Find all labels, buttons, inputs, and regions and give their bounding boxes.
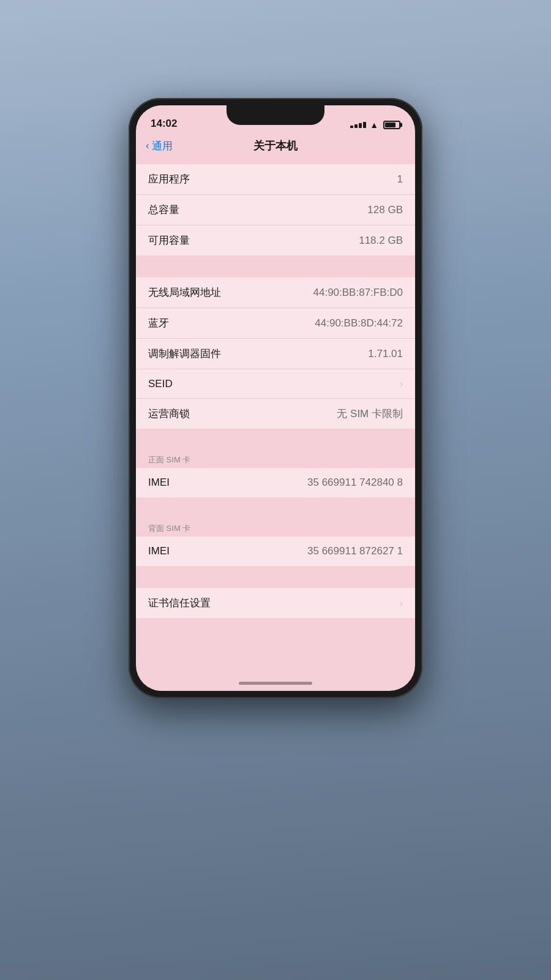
item-value-imei-front: 35 669911 742840 8 [307, 477, 403, 489]
chevron-left-icon: ‹ [146, 140, 149, 152]
section-header-back-sim: 背面 SIM 卡 [136, 519, 415, 537]
phone-shell: 14:02 ▲ [129, 98, 422, 698]
nav-bar: ‹ 通用 关于本机 [136, 132, 415, 159]
divider [136, 255, 415, 273]
section-header-front-sim: 正面 SIM 卡 [136, 451, 415, 468]
item-label-imei-back: IMEI [148, 545, 170, 557]
signal-icon [350, 122, 366, 128]
item-value-carrier-lock: 无 SIM 卡限制 [337, 407, 403, 421]
list-group-general: 应用程序 1 总容量 128 GB 可用容量 118.2 GB [136, 164, 415, 255]
item-label-bluetooth: 蓝牙 [148, 316, 169, 330]
list-group-front-sim: IMEI 35 669911 742840 8 [136, 468, 415, 497]
item-label-imei-front: IMEI [148, 477, 170, 489]
list-item-seid[interactable]: SEID › [136, 369, 415, 399]
item-value-apps: 1 [397, 173, 403, 186]
list-item: 总容量 128 GB [136, 195, 415, 225]
list-group-network: 无线局域网地址 44:90:BB:87:FB:D0 蓝牙 44:90:BB:8D… [136, 277, 415, 429]
section-general-info: 应用程序 1 总容量 128 GB 可用容量 118.2 GB [136, 164, 415, 255]
section-network-info: 无线局域网地址 44:90:BB:87:FB:D0 蓝牙 44:90:BB:8D… [136, 277, 415, 429]
notch [227, 105, 324, 125]
list-group-back-sim: IMEI 35 669911 872627 1 [136, 537, 415, 566]
status-time: 14:02 [151, 118, 177, 130]
list-item-certificate[interactable]: 证书信任设置 › [136, 588, 415, 618]
item-label-modem-firmware: 调制解调器固件 [148, 347, 221, 361]
list-group-certificate: 证书信任设置 › [136, 588, 415, 618]
chevron-right-icon: › [400, 379, 403, 390]
item-value-total-capacity: 128 GB [367, 204, 403, 216]
list-item: IMEI 35 669911 742840 8 [136, 468, 415, 497]
divider [136, 429, 415, 446]
nav-back-button[interactable]: ‹ 通用 [146, 139, 173, 153]
item-label-seid: SEID [148, 378, 173, 390]
wifi-icon: ▲ [370, 120, 378, 130]
item-value-bluetooth: 44:90:BB:8D:44:72 [315, 317, 403, 330]
settings-content[interactable]: 应用程序 1 总容量 128 GB 可用容量 118.2 GB [136, 159, 415, 691]
divider [136, 497, 415, 514]
item-label-carrier-lock: 运营商锁 [148, 407, 190, 421]
list-item: 蓝牙 44:90:BB:8D:44:72 [136, 308, 415, 339]
phone-wrapper: 14:02 ▲ [129, 98, 422, 882]
item-value-wifi-address: 44:90:BB:87:FB:D0 [313, 287, 403, 299]
phone-screen: 14:02 ▲ [136, 105, 415, 691]
nav-back-label: 通用 [152, 139, 173, 153]
item-label-total-capacity: 总容量 [148, 203, 179, 217]
item-label-wifi-address: 无线局域网地址 [148, 285, 221, 300]
item-value-modem-firmware: 1.71.01 [368, 348, 403, 360]
item-label-apps: 应用程序 [148, 172, 190, 186]
section-front-sim: 正面 SIM 卡 IMEI 35 669911 742840 8 [136, 451, 415, 497]
battery-icon [383, 121, 400, 129]
list-item: 运营商锁 无 SIM 卡限制 [136, 399, 415, 429]
list-item: IMEI 35 669911 872627 1 [136, 537, 415, 566]
section-back-sim: 背面 SIM 卡 IMEI 35 669911 872627 1 [136, 519, 415, 566]
divider [136, 566, 415, 583]
scene: 14:02 ▲ [0, 0, 551, 980]
item-value-imei-back: 35 669911 872627 1 [307, 545, 403, 557]
home-indicator [239, 682, 312, 685]
item-value-available-capacity: 118.2 GB [359, 235, 403, 247]
status-icons: ▲ [350, 120, 400, 130]
item-label-available-capacity: 可用容量 [148, 233, 190, 247]
chevron-right-icon: › [400, 598, 403, 609]
section-certificate: 证书信任设置 › [136, 588, 415, 618]
screen-inner: 14:02 ▲ [136, 105, 415, 691]
list-item: 调制解调器固件 1.71.01 [136, 339, 415, 369]
item-label-certificate: 证书信任设置 [148, 596, 211, 610]
nav-title: 关于本机 [253, 138, 298, 153]
list-item: 可用容量 118.2 GB [136, 225, 415, 255]
list-item: 应用程序 1 [136, 164, 415, 195]
list-item: 无线局域网地址 44:90:BB:87:FB:D0 [136, 277, 415, 308]
